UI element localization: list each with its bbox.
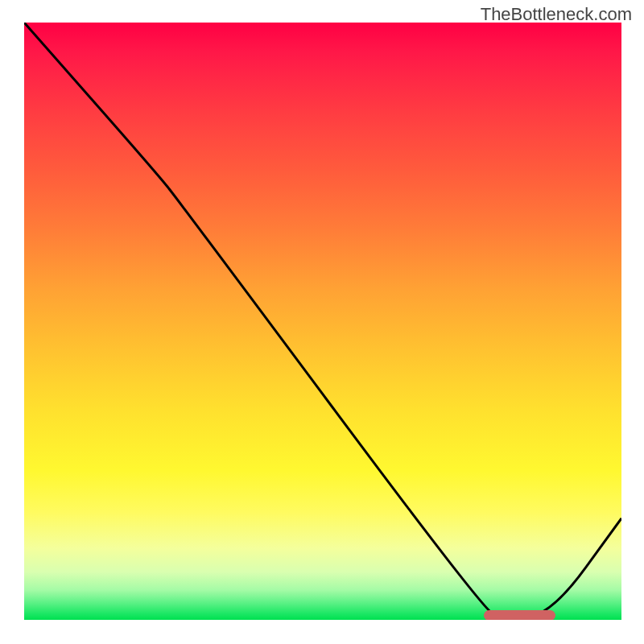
chart-container: TheBottleneck.com: [0, 0, 644, 644]
chart-area: [24, 23, 621, 620]
watermark-label: TheBottleneck.com: [481, 4, 632, 25]
bottleneck-curve: [24, 23, 621, 620]
optimal-range-marker: [484, 610, 555, 620]
